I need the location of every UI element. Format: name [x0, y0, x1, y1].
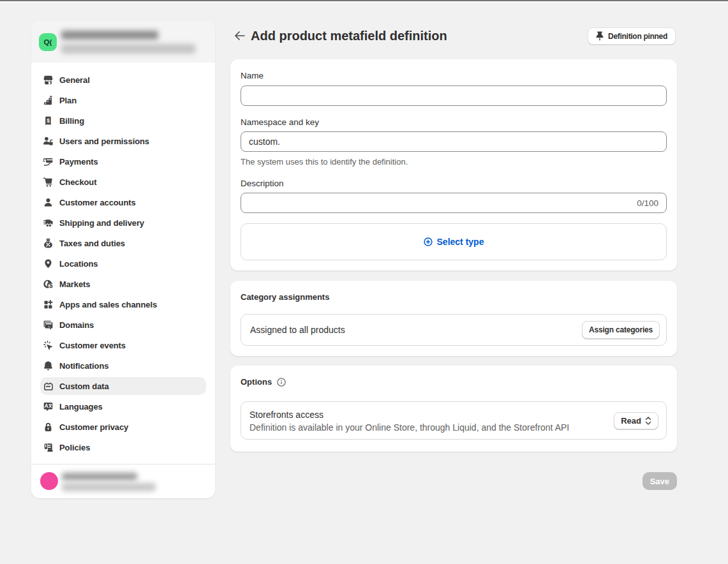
svg-text:$: $ [49, 282, 53, 289]
svg-text:$: $ [47, 117, 50, 124]
